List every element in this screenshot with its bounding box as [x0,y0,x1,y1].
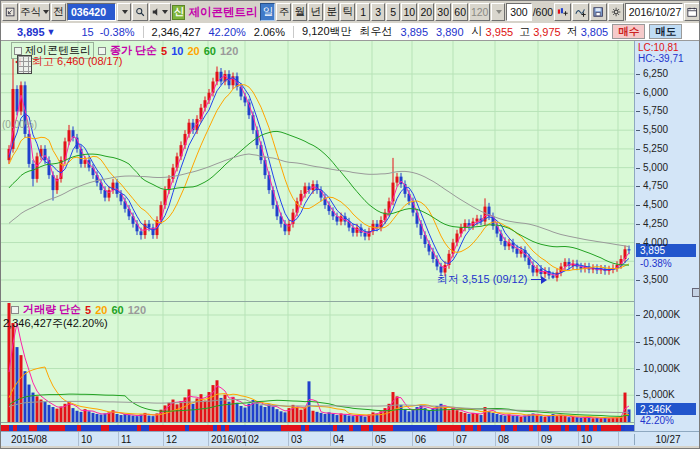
volume-bar [576,417,579,422]
high-label: 고 [519,24,530,39]
volume-bar [488,411,491,422]
volume-bar [36,396,39,422]
candle-body [116,183,119,194]
chart-date-input[interactable]: 2016/10/27 [625,3,683,21]
turnover-percent: 2.06% [254,26,285,38]
interval-dropdown-button[interactable] [491,3,505,21]
sell-button[interactable]: 매도 [649,24,682,39]
volume-pane-collapse-icon[interactable] [692,288,700,297]
settings-button[interactable] [608,3,624,21]
change-amount: 15 [81,26,93,38]
grid-tool-icon[interactable] [17,55,32,74]
volume-bar [268,404,271,422]
ma60-label[interactable]: 60 [204,45,216,57]
price-tick-label: 6,000 [636,87,668,98]
vol-ma120-label[interactable]: 120 [128,304,146,316]
volume-bar [456,410,459,422]
date-separator [78,432,79,447]
period-day-button[interactable]: 일 [260,3,275,21]
period-tick-button[interactable]: 틱 [340,3,355,21]
prev-button[interactable]: 전 [51,3,66,21]
divider [293,26,294,38]
interval-60-button[interactable]: 60 [452,3,468,21]
price-tick-label: 4,000 [636,237,668,248]
stock-name-label: 제이콘텐트리 [186,5,259,20]
ma10-label[interactable]: 10 [171,45,183,57]
draw-tool-button[interactable] [572,3,589,21]
volume-bar [468,414,471,422]
period-year-button[interactable]: 년 [308,3,323,21]
low-annotation-text: 최저 3,515 (09/12) [437,272,528,287]
down-arrow-icon: ▼ [47,27,56,37]
search-button[interactable] [132,3,148,21]
low-annotation: 최저 3,515 (09/12) [437,272,547,287]
chevron-down-icon [496,10,502,14]
sell-label: 매도 [655,25,676,39]
ma20-label[interactable]: 20 [187,45,199,57]
volume-bar [508,415,511,422]
date-label: 2016/01 [211,434,247,445]
vol-ma60-label[interactable]: 60 [111,304,123,316]
interval-20-button[interactable]: 20 [418,3,434,21]
volume-ma-line [9,323,629,418]
volume-bar [404,409,407,422]
divider [143,26,144,38]
sound-button[interactable] [149,3,171,21]
date-separator [163,432,164,447]
volume-bar [80,412,83,422]
volume-bar [580,418,583,422]
volume-bar [560,415,563,422]
date-separator [330,432,331,447]
volume-bar [28,385,31,422]
price-chart-canvas[interactable] [1,41,634,301]
vol-ma5-label[interactable]: 5 [85,304,91,316]
date-label: 05 [375,434,386,445]
interval-30-button[interactable]: 30 [435,3,451,21]
ma5-label[interactable]: 5 [161,45,167,57]
add-indicator-button[interactable] [554,3,571,21]
vol-ma20-label[interactable]: 20 [95,304,107,316]
asset-type-select[interactable]: 주식 [19,3,50,21]
volume-bar [40,400,43,422]
chart-window-icon [5,6,15,18]
volume-bar [320,413,323,422]
volume-bar [448,410,451,422]
bar-count-input[interactable]: 300 [506,3,532,21]
checkbox-icon[interactable] [11,306,19,314]
date-axis[interactable]: 10/27 2015/081011122016/0102030405060708… [1,431,700,446]
volume-bar [236,403,239,422]
date-label: 04 [333,434,344,445]
interval-1-button[interactable]: 1 [356,3,370,21]
volume-bar [248,404,251,422]
volume-bar [72,408,75,422]
period-week-button[interactable]: 주 [276,3,291,21]
ma120-label[interactable]: 120 [220,45,238,57]
price-tick-label: 3,500 [636,274,668,285]
candle-body [84,160,87,164]
buy-button[interactable]: 매수 [612,24,645,39]
interval-5-button[interactable]: 5 [386,3,400,21]
volume-bar [32,393,35,422]
interval-3-button[interactable]: 3 [371,3,385,21]
interval-10-button[interactable]: 10 [401,3,417,21]
save-button[interactable] [590,3,606,21]
price-axis[interactable]: LC:10,81 HC:-39,71 3,895 -0.38% 2,346K 4… [634,41,700,431]
candle-body [364,233,367,237]
candle-body [504,241,507,246]
candle-body [216,72,219,82]
volume-bar [300,410,303,422]
chart-window-button[interactable] [2,3,18,21]
period-month-button[interactable]: 월 [292,3,307,21]
calendar-button[interactable] [684,3,700,21]
volume-bar [60,406,63,422]
volume-bar [280,411,283,422]
stock-code-input[interactable]: 036420 [67,3,116,21]
volume-bar [588,418,591,422]
price-tick-label: 4,500 [636,199,668,210]
code-dropdown-button[interactable] [117,3,131,21]
volume-bar [344,415,347,422]
volume-bar [608,418,611,422]
interval-120-button[interactable]: 120 [469,3,490,21]
interval-60-label: 60 [454,6,466,18]
period-minute-button[interactable]: 분 [324,3,339,21]
